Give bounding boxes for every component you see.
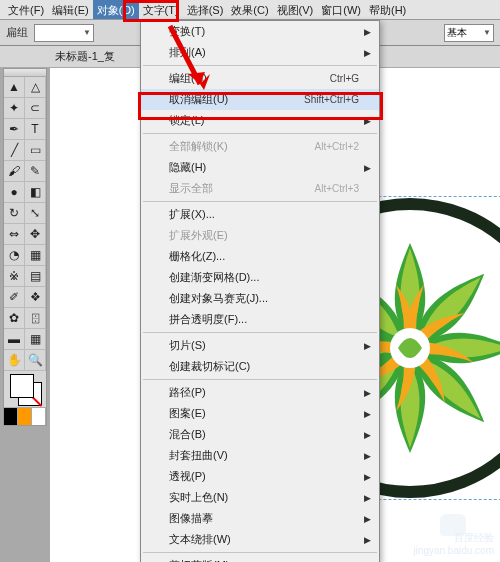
menu-shortcut: Shift+Ctrl+G xyxy=(304,94,359,105)
color-mode-row xyxy=(4,407,46,425)
menu-item[interactable]: 排列(A)▶ xyxy=(141,42,379,63)
menu-item-label: 创建对象马赛克(J)... xyxy=(169,291,268,306)
menu-item[interactable]: 栅格化(Z)... xyxy=(141,246,379,267)
tool-line[interactable]: ╱ xyxy=(4,140,25,161)
menu-separator xyxy=(143,65,377,66)
style-select[interactable]: 基本 ▼ xyxy=(444,24,494,42)
menu-item-label: 显示全部 xyxy=(169,181,213,196)
menu-separator xyxy=(143,201,377,202)
menu-item-label: 扩展外观(E) xyxy=(169,228,228,243)
tool-graph[interactable]: ⌹ xyxy=(25,308,46,329)
menu-item-label: 拼合透明度(F)... xyxy=(169,312,247,327)
tool-pen[interactable]: ✒ xyxy=(4,119,25,140)
tool-eyedropper[interactable]: ✐ xyxy=(4,287,25,308)
tool-blob-brush[interactable]: ● xyxy=(4,182,25,203)
menu-item[interactable]: 剪切蒙版(M)▶ xyxy=(141,555,379,562)
tool-eraser[interactable]: ◧ xyxy=(25,182,46,203)
menu-separator xyxy=(143,552,377,553)
menu-item[interactable]: 图像描摹▶ xyxy=(141,508,379,529)
menu-file[interactable]: 文件(F) xyxy=(4,0,48,19)
menu-item-label: 取消编组(U) xyxy=(169,92,228,107)
fill-swatch[interactable] xyxy=(10,374,34,398)
tool-mesh[interactable]: ※ xyxy=(4,266,25,287)
tool-hand[interactable]: ✋ xyxy=(4,350,25,371)
menu-item[interactable]: 创建渐变网格(D)... xyxy=(141,267,379,288)
swatch-black[interactable] xyxy=(4,408,18,425)
menu-item-label: 隐藏(H) xyxy=(169,160,206,175)
menu-item-label: 路径(P) xyxy=(169,385,206,400)
tool-selection[interactable]: ▲ xyxy=(4,77,25,98)
menu-item[interactable]: 透视(P)▶ xyxy=(141,466,379,487)
submenu-arrow-icon: ▶ xyxy=(364,388,371,398)
submenu-arrow-icon: ▶ xyxy=(364,514,371,524)
menu-effect[interactable]: 效果(C) xyxy=(227,0,272,19)
chevron-down-icon: ▼ xyxy=(83,28,91,37)
menu-item[interactable]: 混合(B)▶ xyxy=(141,424,379,445)
tool-slice[interactable]: ▦ xyxy=(25,329,46,350)
menu-item-label: 创建渐变网格(D)... xyxy=(169,270,259,285)
menu-item[interactable]: 扩展(X)... xyxy=(141,204,379,225)
tool-scale[interactable]: ⤡ xyxy=(25,203,46,224)
menu-help[interactable]: 帮助(H) xyxy=(365,0,410,19)
menu-item[interactable]: 取消编组(U)Shift+Ctrl+G xyxy=(141,89,379,110)
menu-view[interactable]: 视图(V) xyxy=(273,0,318,19)
menu-item-label: 栅格化(Z)... xyxy=(169,249,225,264)
tool-perspective-grid[interactable]: ▦ xyxy=(25,245,46,266)
menu-item: 全部解锁(K)Alt+Ctrl+2 xyxy=(141,136,379,157)
tool-type[interactable]: T xyxy=(25,119,46,140)
tool-direct-selection[interactable]: △ xyxy=(25,77,46,98)
menu-select[interactable]: 选择(S) xyxy=(183,0,228,19)
tool-magic-wand[interactable]: ✦ xyxy=(4,98,25,119)
tool-shape-builder[interactable]: ◔ xyxy=(4,245,25,266)
menu-item-label: 变换(T) xyxy=(169,24,205,39)
tool-pencil[interactable]: ✎ xyxy=(25,161,46,182)
swatch-orange[interactable] xyxy=(18,408,32,425)
menu-shortcut: Ctrl+G xyxy=(330,73,359,84)
tool-rectangle[interactable]: ▭ xyxy=(25,140,46,161)
tool-gradient[interactable]: ▤ xyxy=(25,266,46,287)
menu-item[interactable]: 切片(S)▶ xyxy=(141,335,379,356)
opacity-select[interactable]: ▼ xyxy=(34,24,94,42)
tool-free-transform[interactable]: ✥ xyxy=(25,224,46,245)
submenu-arrow-icon: ▶ xyxy=(364,535,371,545)
fill-stroke-control[interactable] xyxy=(4,371,46,407)
menu-shortcut: Alt+Ctrl+3 xyxy=(315,183,359,194)
tool-paintbrush[interactable]: 🖌 xyxy=(4,161,25,182)
tool-artboard[interactable]: ▬ xyxy=(4,329,25,350)
menu-separator xyxy=(143,332,377,333)
panel-grip[interactable] xyxy=(4,69,46,77)
menu-item[interactable]: 隐藏(H)▶ xyxy=(141,157,379,178)
menu-item[interactable]: 编组(G)Ctrl+G xyxy=(141,68,379,89)
menu-item[interactable]: 拼合透明度(F)... xyxy=(141,309,379,330)
submenu-arrow-icon: ▶ xyxy=(364,430,371,440)
menu-bar: 文件(F) 编辑(E) 对象(O) 文字(T) 选择(S) 效果(C) 视图(V… xyxy=(0,0,500,20)
tools-panel: ▲△✦⊂✒T╱▭🖌✎●◧↻⤡⇔✥◔▦※▤✐❖✿⌹▬▦✋🔍 xyxy=(0,68,50,426)
menu-item[interactable]: 图案(E)▶ xyxy=(141,403,379,424)
menu-item[interactable]: 封套扭曲(V)▶ xyxy=(141,445,379,466)
menu-item[interactable]: 锁定(L)▶ xyxy=(141,110,379,131)
tool-rotate[interactable]: ↻ xyxy=(4,203,25,224)
menu-edit[interactable]: 编辑(E) xyxy=(48,0,93,19)
document-tab[interactable]: 未标题-1_复 xyxy=(55,49,115,64)
submenu-arrow-icon: ▶ xyxy=(364,341,371,351)
watermark: 百度经验 jingyan.baidu.com xyxy=(413,531,494,556)
menu-item-label: 混合(B) xyxy=(169,427,206,442)
menu-item[interactable]: 文本绕排(W)▶ xyxy=(141,529,379,550)
tool-zoom[interactable]: 🔍 xyxy=(25,350,46,371)
menu-item[interactable]: 变换(T)▶ xyxy=(141,21,379,42)
menu-window[interactable]: 窗口(W) xyxy=(317,0,365,19)
menu-item[interactable]: 实时上色(N)▶ xyxy=(141,487,379,508)
watermark-line1: 百度经验 xyxy=(413,531,494,545)
tool-symbol-sprayer[interactable]: ✿ xyxy=(4,308,25,329)
menu-item[interactable]: 创建裁切标记(C) xyxy=(141,356,379,377)
menu-item-label: 创建裁切标记(C) xyxy=(169,359,250,374)
tool-lasso[interactable]: ⊂ xyxy=(25,98,46,119)
swatch-white[interactable] xyxy=(32,408,46,425)
menu-object[interactable]: 对象(O) xyxy=(93,0,139,19)
tool-width[interactable]: ⇔ xyxy=(4,224,25,245)
tool-blend[interactable]: ❖ xyxy=(25,287,46,308)
menu-item[interactable]: 创建对象马赛克(J)... xyxy=(141,288,379,309)
submenu-arrow-icon: ▶ xyxy=(364,163,371,173)
menu-item[interactable]: 路径(P)▶ xyxy=(141,382,379,403)
menu-type[interactable]: 文字(T) xyxy=(139,0,183,19)
